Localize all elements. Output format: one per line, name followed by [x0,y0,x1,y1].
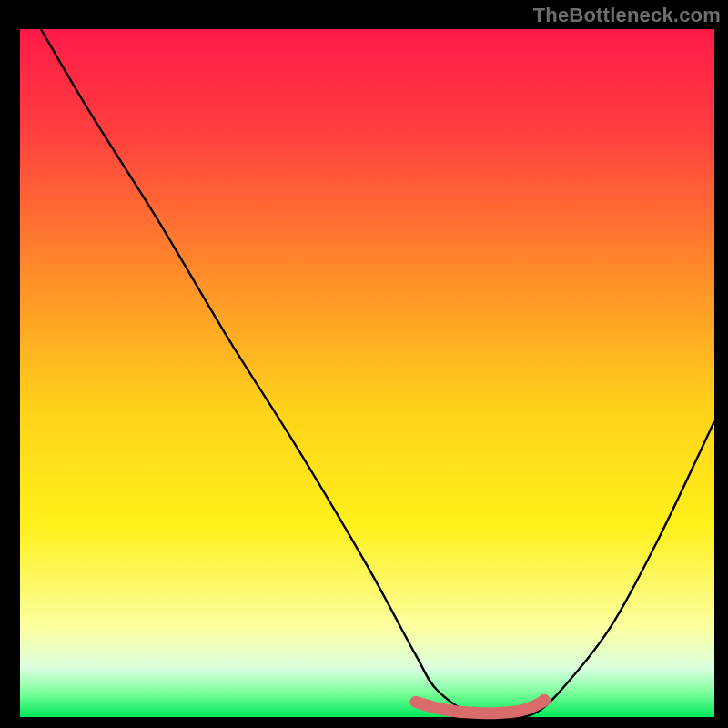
chart-gradient-area [20,29,714,717]
optimal-range-end-dot [538,694,551,707]
watermark: TheBottleneck.com [533,4,721,27]
bottleneck-chart [0,0,728,728]
chart-stage: TheBottleneck.com [0,0,728,728]
